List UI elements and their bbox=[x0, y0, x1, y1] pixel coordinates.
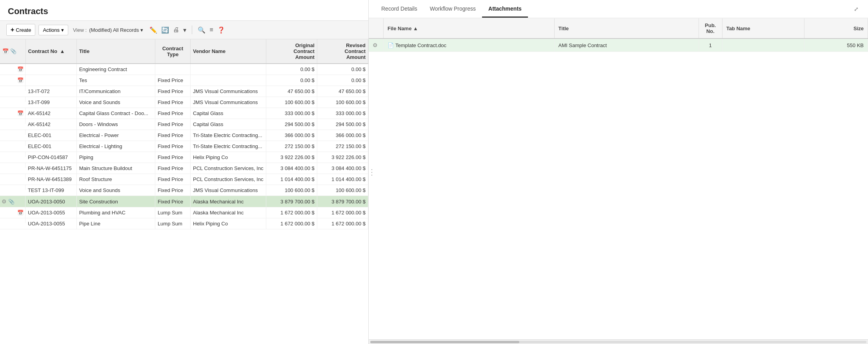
title-cell: Voice and Sounds bbox=[76, 185, 155, 196]
contract-no-cell bbox=[25, 75, 76, 86]
horizontal-scrollbar[interactable] bbox=[369, 339, 868, 344]
table-row[interactable]: 📅TesFixed Price0.00 $0.00 $ bbox=[0, 75, 368, 86]
orig-amount-cell: 272 150.00 $ bbox=[266, 141, 317, 152]
contract-no-cell bbox=[25, 64, 76, 75]
revised-amount-cell: 100 600.00 $ bbox=[317, 97, 368, 108]
contract-no-cell: 13-IT-099 bbox=[25, 97, 76, 108]
row-icons-cell bbox=[0, 130, 25, 135]
title-cell: Engineering Contract bbox=[76, 64, 155, 75]
attach-row-pubno: 1 bbox=[699, 38, 722, 52]
table-row[interactable]: ⚙📎UOA-2013-0050Site ConstructionFixed Pr… bbox=[0, 196, 368, 207]
attach-header-filename[interactable]: File Name ▲ bbox=[384, 18, 555, 38]
table-row[interactable]: ELEC-001Electrical - LightingFixed Price… bbox=[0, 141, 368, 152]
contract-no-cell: PR-NA-W-6451175 bbox=[25, 163, 76, 174]
type-cell: Fixed Price bbox=[155, 174, 190, 185]
print-icon[interactable]: 🖨 bbox=[173, 26, 179, 33]
gear-icon[interactable]: ⚙ bbox=[2, 198, 7, 205]
table-row[interactable]: UOA-2013-0055Pipe LineLump SumHelix Pipi… bbox=[0, 218, 368, 229]
contract-no-cell: UOA-2013-0050 bbox=[25, 196, 76, 207]
attach-header-title[interactable]: Title bbox=[554, 18, 699, 38]
row-icons-cell bbox=[0, 119, 25, 124]
table-row[interactable]: 📅Engineering Contract0.00 $0.00 $ bbox=[0, 64, 368, 75]
type-cell: Lump Sum bbox=[155, 207, 190, 218]
header-icons: 📅 📎 bbox=[0, 39, 25, 64]
table-row[interactable]: 13-IT-099Voice and SoundsFixed PriceJMS … bbox=[0, 97, 368, 108]
title-cell: Doors - Windows bbox=[76, 119, 155, 130]
row-icons-cell bbox=[0, 152, 25, 157]
panel-resize-handle[interactable]: ⋮ bbox=[368, 168, 376, 176]
header-vendor[interactable]: Vendor Name bbox=[191, 39, 266, 64]
attachments-container: File Name ▲ Title Pub.No. Tab Name Size bbox=[369, 18, 868, 339]
filter-icon[interactable]: ≡ bbox=[209, 26, 213, 33]
filename-cell: 📄 Template Contract.doc bbox=[388, 42, 550, 48]
table-row[interactable]: 13-IT-072IT/CommunicationFixed PriceJMS … bbox=[0, 86, 368, 97]
contract-type-label: ContractType bbox=[162, 46, 183, 57]
table-row[interactable]: 📅UOA-2013-0055Plumbing and HVACLump SumA… bbox=[0, 207, 368, 218]
type-cell: Fixed Price bbox=[155, 185, 190, 196]
help-icon[interactable]: ❓ bbox=[217, 26, 225, 34]
row-icons-cell bbox=[0, 174, 25, 179]
search-icon[interactable]: 🔍 bbox=[198, 26, 206, 34]
row-icons-cell: 📅 bbox=[0, 75, 25, 86]
table-row[interactable]: ELEC-001Electrical - PowerFixed PriceTri… bbox=[0, 130, 368, 141]
row-icons-cell: ⚙📎 bbox=[0, 196, 25, 207]
type-cell: Fixed Price bbox=[155, 75, 190, 86]
attach-header-pubno[interactable]: Pub.No. bbox=[699, 18, 722, 38]
title-cell: Electrical - Power bbox=[76, 130, 155, 141]
edit-icon[interactable]: ✏️ bbox=[149, 26, 157, 34]
table-row[interactable]: AK-65142Doors - WindowsFixed PriceCapita… bbox=[0, 119, 368, 130]
attach-header-tabname[interactable]: Tab Name bbox=[722, 18, 804, 38]
contract-no-cell: ELEC-001 bbox=[25, 130, 76, 141]
table-row[interactable]: 📅AK-65142Capital Glass Contract - Doo...… bbox=[0, 108, 368, 119]
revised-amount-label: RevisedContractAmount bbox=[345, 42, 366, 60]
plus-icon: + bbox=[11, 26, 14, 33]
contract-no-cell: TEST 13-IT-099 bbox=[25, 185, 76, 196]
view-label: View : bbox=[73, 27, 87, 33]
table-row[interactable]: PR-NA-W-6451389Roof StructureFixed Price… bbox=[0, 174, 368, 185]
refresh-icon[interactable]: 🔄 bbox=[161, 26, 169, 34]
toolbar-divider bbox=[192, 26, 192, 34]
header-contract-no[interactable]: Contract No ▲ bbox=[25, 39, 76, 64]
orig-amount-cell: 1 672 000.00 $ bbox=[266, 218, 317, 229]
header-revised-amount[interactable]: RevisedContractAmount bbox=[317, 39, 368, 64]
create-button[interactable]: + Create bbox=[6, 24, 35, 36]
revised-amount-cell: 1 672 000.00 $ bbox=[317, 207, 368, 218]
orig-amount-cell: 3 879 700.00 $ bbox=[266, 196, 317, 207]
calendar-icon: 📅 bbox=[17, 66, 24, 72]
attachments-header: File Name ▲ Title Pub.No. Tab Name Size bbox=[369, 18, 868, 38]
revised-amount-cell: 1 014 400.00 $ bbox=[317, 174, 368, 185]
header-contract-type[interactable]: ContractType bbox=[155, 39, 190, 64]
revised-amount-cell: 3 879 700.00 $ bbox=[317, 196, 368, 207]
clip-header-icon: 📎 bbox=[10, 48, 16, 54]
table-header: 📅 📎 Contract No ▲ Title ContractType V bbox=[0, 39, 368, 64]
type-cell: Fixed Price bbox=[155, 196, 190, 207]
table-row[interactable]: PIP-CON-014587PipingFixed PriceHelix Pip… bbox=[0, 152, 368, 163]
table-row[interactable]: PR-NA-W-6451175Main Structure BuildoutFi… bbox=[0, 163, 368, 174]
view-selector[interactable]: (Modified) All Records ▾ bbox=[89, 27, 143, 33]
header-original-amount[interactable]: OriginalContractAmount bbox=[266, 39, 317, 64]
filename-label: File Name bbox=[388, 26, 411, 31]
contracts-table: 📅 📎 Contract No ▲ Title ContractType V bbox=[0, 39, 368, 229]
attach-header-size[interactable]: Size bbox=[804, 18, 868, 38]
create-label: Create bbox=[16, 27, 31, 33]
tab-workflow-progress[interactable]: Workflow Progress bbox=[424, 0, 482, 18]
expand-icon[interactable]: ⤢ bbox=[854, 6, 859, 12]
attach-row-size: 550 KB bbox=[804, 38, 868, 52]
vendor-cell: Capital Glass bbox=[191, 119, 266, 130]
contract-no-cell: UOA-2013-0055 bbox=[25, 218, 76, 229]
attach-gear-icon[interactable]: ⚙ bbox=[373, 42, 378, 48]
row-icons-cell bbox=[0, 163, 25, 168]
attach-row-actions: ⚙ bbox=[369, 38, 384, 52]
orig-amount-cell: 333 000.00 $ bbox=[266, 108, 317, 119]
vendor-cell bbox=[191, 64, 266, 75]
attach-row[interactable]: ⚙ 📄 Template Contract.doc AMI Sample Con… bbox=[369, 38, 868, 52]
pubno-label: Pub.No. bbox=[705, 22, 716, 34]
tab-record-details[interactable]: Record Details bbox=[375, 0, 424, 18]
print-chevron-icon[interactable]: ▾ bbox=[183, 26, 186, 34]
revised-amount-cell: 366 000.00 $ bbox=[317, 130, 368, 141]
table-row[interactable]: TEST 13-IT-099Voice and SoundsFixed Pric… bbox=[0, 185, 368, 196]
actions-button[interactable]: Actions ▾ bbox=[38, 25, 68, 35]
tab-attachments[interactable]: Attachments bbox=[482, 0, 528, 18]
header-title[interactable]: Title bbox=[76, 39, 155, 64]
title-cell: Piping bbox=[76, 152, 155, 163]
